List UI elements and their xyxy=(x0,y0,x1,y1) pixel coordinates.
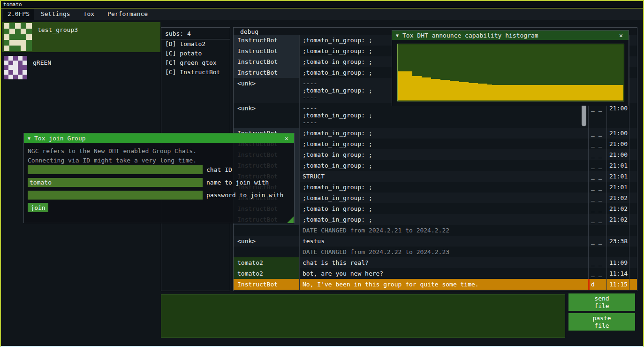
message-author: <unk> xyxy=(234,78,299,103)
chat-message-row[interactable]: <unk>testus_ _23:38 xyxy=(234,236,637,247)
message-text: DATE CHANGED from 2024.2.21 to 2024.2.22 xyxy=(299,225,588,236)
histogram-bar xyxy=(511,85,515,100)
histogram-bar xyxy=(520,85,525,100)
message-author: InstructBot xyxy=(234,67,299,78)
message-status: d xyxy=(588,279,606,290)
message-status: _ _ xyxy=(588,214,606,225)
histogram-bar xyxy=(515,85,520,100)
message-line: No, I've been in this group for quite so… xyxy=(303,281,588,288)
histogram-bar xyxy=(501,85,506,100)
histogram-bar xyxy=(553,85,558,100)
histogram-bar xyxy=(464,82,469,100)
histogram-bar xyxy=(497,85,501,100)
histogram-plot[interactable] xyxy=(397,44,624,101)
message-time: 21:01 xyxy=(606,160,629,171)
message-text: ;tomato_in_group: ; xyxy=(299,203,588,214)
avatar-pixel xyxy=(26,29,32,34)
histogram-window-titlebar[interactable]: ▼ Tox DHT announce capability histogram … xyxy=(392,31,629,40)
close-icon[interactable]: ✕ xyxy=(283,135,290,142)
window-titlebar[interactable]: tomato xyxy=(1,1,643,8)
histogram-bar xyxy=(431,79,436,100)
avatar-pixel xyxy=(9,46,15,51)
histogram-bar xyxy=(591,85,595,100)
collapse-arrow-icon[interactable]: ▼ xyxy=(396,33,399,38)
avatar-pixel xyxy=(26,34,32,40)
member-list-item[interactable]: [C] potato xyxy=(161,49,230,58)
histogram-bar xyxy=(609,85,614,100)
menu-item-settings[interactable]: Settings xyxy=(34,9,77,20)
message-time: 21:02 xyxy=(606,214,629,225)
message-status xyxy=(588,225,606,236)
sidebar-item-test_group3[interactable]: test_group3 xyxy=(2,22,160,52)
date-changed-row[interactable]: DATE CHANGED from 2024.2.22 to 2024.2.23 xyxy=(234,247,637,257)
histogram-bar xyxy=(600,85,605,100)
avatar-pixel xyxy=(8,70,13,75)
send-file-button[interactable]: send file xyxy=(568,293,635,311)
join-button[interactable]: join xyxy=(28,203,48,212)
chat-message-row[interactable]: tomato2chat is this real?_ _11:09 xyxy=(234,257,637,268)
group-avatar xyxy=(4,23,32,51)
message-text: ;tomato_in_group: ; xyxy=(299,128,588,139)
avatar-pixel xyxy=(26,40,32,46)
message-line: ;tomato_in_group: ; xyxy=(303,184,588,191)
member-list-item[interactable]: [D] tomato2 xyxy=(161,39,230,49)
join-window-body: NGC refers to the New DHT enabled Group … xyxy=(24,143,294,224)
histogram-bar xyxy=(412,76,417,100)
message-text: STRUCT xyxy=(299,171,588,182)
histogram-bar xyxy=(469,83,473,100)
histogram-bar xyxy=(417,76,422,100)
chat-message-row[interactable]: <unk>----;tomato_in_group: ;----_ _21:00 xyxy=(234,103,637,128)
message-text: DATE CHANGED from 2024.2.22 to 2024.2.23 xyxy=(299,247,588,257)
chat-message-row[interactable]: InstructBotNo, I've been in this group f… xyxy=(234,279,637,290)
collapse-arrow-icon[interactable]: ▼ xyxy=(28,136,30,141)
group-name-label: test_group3 xyxy=(38,26,78,33)
message-line: ;tomato_in_group: ; xyxy=(303,162,588,169)
join-name-field-row: name to join with xyxy=(28,178,269,187)
message-author: InstructBot xyxy=(234,35,299,46)
close-icon[interactable]: ✕ xyxy=(617,32,625,39)
message-line: STRUCT xyxy=(303,173,588,180)
avatar-pixel xyxy=(26,23,32,29)
member-list-item[interactable]: [C] green_qtox xyxy=(161,58,230,68)
member-list-item[interactable]: [C] InstructBot xyxy=(161,68,230,77)
avatar-pixel xyxy=(8,56,13,61)
date-changed-row[interactable]: DATE CHANGED from 2024.2.21 to 2024.2.22 xyxy=(234,225,637,236)
avatar-pixel xyxy=(13,75,18,79)
histogram-bar xyxy=(572,85,576,100)
paste-file-button[interactable]: paste file xyxy=(568,313,635,331)
message-time: 21:00 xyxy=(606,139,629,149)
tab-debug[interactable]: debug xyxy=(240,28,258,35)
avatar-pixel xyxy=(21,29,26,34)
message-line: ;tomato_in_group: ; xyxy=(303,140,588,147)
avatar-pixel xyxy=(15,29,21,34)
avatar-pixel xyxy=(8,75,13,79)
message-text: testus xyxy=(299,236,588,247)
resize-grip[interactable] xyxy=(287,216,294,223)
histogram-bar xyxy=(619,85,623,100)
histogram-bar xyxy=(422,77,426,100)
histogram-bar xyxy=(567,85,572,100)
join-name-input[interactable] xyxy=(28,178,203,187)
join-window-titlebar[interactable]: ▼ Tox join Group ✕ xyxy=(24,133,294,143)
avatar-pixel xyxy=(13,61,18,65)
chat-id-input[interactable] xyxy=(28,165,203,174)
message-input[interactable] xyxy=(161,294,565,338)
avatar-pixel xyxy=(4,46,9,51)
avatar-pixel xyxy=(9,29,15,34)
message-time: 11:15 xyxy=(606,279,629,290)
message-line: ---- xyxy=(303,105,588,112)
avatar-pixel xyxy=(13,70,18,75)
avatar-pixel xyxy=(21,34,26,40)
histogram-bar xyxy=(445,80,450,100)
histogram-bar xyxy=(614,85,619,100)
message-time: 21:02 xyxy=(606,193,629,203)
avatar-pixel xyxy=(15,34,21,40)
dht-histogram-window: ▼ Tox DHT announce capability histogram … xyxy=(392,30,629,106)
histogram-bar xyxy=(408,71,412,100)
chat-message-row[interactable]: tomato2bot, are you new here?_ _11:14 xyxy=(234,268,637,279)
sidebar-item-green[interactable]: gREEN xyxy=(2,55,160,80)
menu-item-performance[interactable]: Performance xyxy=(101,9,154,20)
join-password-input[interactable] xyxy=(28,191,203,200)
avatar-pixel xyxy=(4,56,8,61)
menu-item-tox[interactable]: Tox xyxy=(77,9,101,20)
